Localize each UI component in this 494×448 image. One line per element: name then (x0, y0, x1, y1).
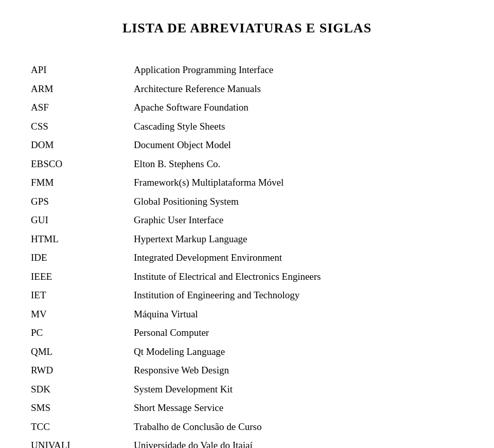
meaning-cell: Qt Modeling Language (134, 343, 463, 362)
table-row: SDKSystem Development Kit (31, 380, 463, 399)
abbreviation-cell: QML (31, 343, 134, 362)
meaning-cell: Integrated Development Environment (134, 248, 463, 267)
meaning-cell: Trabalho de Conclusão de Curso (134, 418, 463, 437)
page-title: LISTA DE ABREVIATURAS E SIGLAS (31, 21, 463, 36)
abbreviation-cell: IET (31, 286, 134, 305)
table-row: APIApplication Programming Interface (31, 61, 463, 80)
abbreviation-cell: UNIVALI (31, 436, 134, 448)
table-row: IETInstitution of Engineering and Techno… (31, 286, 463, 305)
meaning-cell: System Development Kit (134, 380, 463, 399)
table-row: FMMFramework(s) Multiplataforma Móvel (31, 173, 463, 192)
table-row: MVMáquina Virtual (31, 305, 463, 324)
abbreviation-cell: API (31, 61, 134, 80)
table-row: PCPersonal Computer (31, 324, 463, 343)
abbreviation-cell: FMM (31, 173, 134, 192)
table-row: SMSShort Message Service (31, 399, 463, 418)
table-row: QMLQt Modeling Language (31, 343, 463, 362)
abbreviation-cell: GUI (31, 211, 134, 230)
meaning-cell: Application Programming Interface (134, 61, 463, 80)
abbreviation-cell: MV (31, 305, 134, 324)
meaning-cell: Hypertext Markup Language (134, 230, 463, 249)
meaning-cell: Institution of Engineering and Technolog… (134, 286, 463, 305)
meaning-cell: Framework(s) Multiplataforma Móvel (134, 173, 463, 192)
abbreviation-cell: DOM (31, 136, 134, 155)
table-row: GUIGraphic User Interface (31, 211, 463, 230)
abbreviation-cell: IDE (31, 248, 134, 267)
table-row: RWDResponsive Web Design (31, 361, 463, 380)
abbreviations-table: APIApplication Programming InterfaceARMA… (31, 61, 463, 448)
meaning-cell: Universidade do Vale do Itajaí (134, 436, 463, 448)
meaning-cell: Máquina Virtual (134, 305, 463, 324)
abbreviation-cell: EBSCO (31, 155, 134, 174)
abbreviation-cell: ARM (31, 80, 134, 99)
table-row: DOMDocument Object Model (31, 136, 463, 155)
abbreviation-cell: SDK (31, 380, 134, 399)
abbreviation-cell: SMS (31, 399, 134, 418)
meaning-cell: Global Positioning System (134, 192, 463, 211)
meaning-cell: Institute of Electrical and Electronics … (134, 267, 463, 286)
abbreviation-cell: HTML (31, 230, 134, 249)
table-row: ARMArchitecture Reference Manuals (31, 80, 463, 99)
abbreviation-cell: GPS (31, 192, 134, 211)
meaning-cell: Elton B. Stephens Co. (134, 155, 463, 174)
table-row: GPSGlobal Positioning System (31, 192, 463, 211)
table-row: EBSCOElton B. Stephens Co. (31, 155, 463, 174)
abbreviation-cell: RWD (31, 361, 134, 380)
abbreviation-cell: IEEE (31, 267, 134, 286)
table-row: IEEEInstitute of Electrical and Electron… (31, 267, 463, 286)
table-row: HTMLHypertext Markup Language (31, 230, 463, 249)
table-row: TCCTrabalho de Conclusão de Curso (31, 418, 463, 437)
abbreviation-cell: PC (31, 324, 134, 343)
table-row: IDEIntegrated Development Environment (31, 248, 463, 267)
meaning-cell: Document Object Model (134, 136, 463, 155)
meaning-cell: Personal Computer (134, 324, 463, 343)
table-row: CSSCascading Style Sheets (31, 117, 463, 136)
meaning-cell: Short Message Service (134, 399, 463, 418)
meaning-cell: Apache Software Foundation (134, 98, 463, 117)
abbreviation-cell: TCC (31, 418, 134, 437)
meaning-cell: Cascading Style Sheets (134, 117, 463, 136)
meaning-cell: Responsive Web Design (134, 361, 463, 380)
table-row: UNIVALIUniversidade do Vale do Itajaí (31, 436, 463, 448)
abbreviation-cell: CSS (31, 117, 134, 136)
table-row: ASFApache Software Foundation (31, 98, 463, 117)
abbreviation-cell: ASF (31, 98, 134, 117)
meaning-cell: Architecture Reference Manuals (134, 80, 463, 99)
meaning-cell: Graphic User Interface (134, 211, 463, 230)
